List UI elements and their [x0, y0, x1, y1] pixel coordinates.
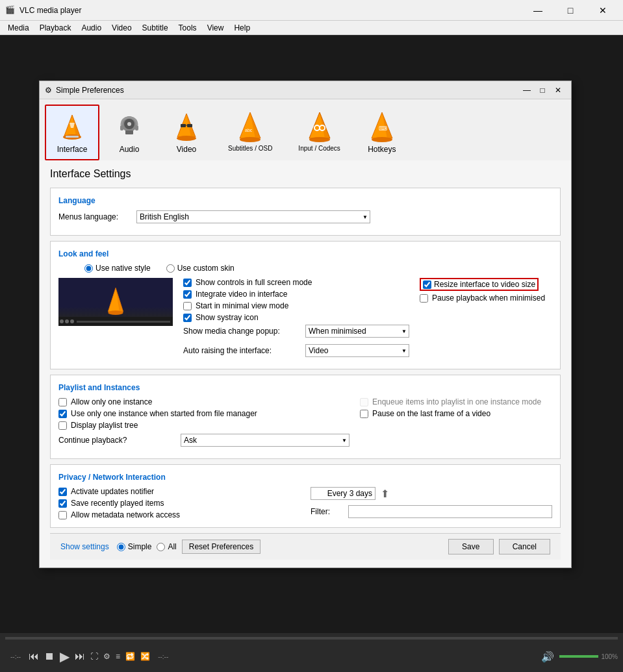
- maximize-button[interactable]: □: [555, 0, 585, 21]
- menu-tools[interactable]: Tools: [173, 22, 202, 34]
- updates-notifier-checkbox[interactable]: [58, 488, 67, 496]
- look-feel-panel: Look and feel Use native style Use custo…: [50, 241, 561, 369]
- integrate-video-row[interactable]: Integrate video in interface: [183, 290, 409, 299]
- menu-playback[interactable]: Playback: [34, 22, 77, 34]
- pause-minimised-checkbox[interactable]: [420, 294, 428, 303]
- app-icon: 🎬: [5, 5, 16, 16]
- language-select[interactable]: British English: [136, 210, 370, 223]
- next-button[interactable]: ⏭: [72, 649, 88, 664]
- auto-raise-select-wrapper[interactable]: Video: [305, 344, 409, 357]
- metadata-network-row[interactable]: Allow metadata network access: [58, 510, 300, 519]
- preview-dot-1: [60, 319, 64, 323]
- playlist-tree-row[interactable]: Display playlist tree: [58, 421, 350, 430]
- recently-played-row[interactable]: Save recently played items: [58, 499, 300, 508]
- media-popup-label: Show media change popup:: [183, 327, 300, 336]
- native-style-radio[interactable]: [84, 264, 93, 273]
- custom-skin-label: Use custom skin: [177, 264, 235, 273]
- extended-button[interactable]: ⚙: [101, 651, 113, 662]
- enqueue-playlist-row[interactable]: Enqueue items into playlist in one insta…: [360, 397, 552, 406]
- custom-skin-option[interactable]: Use custom skin: [166, 264, 235, 273]
- filter-label: Filter:: [311, 507, 343, 516]
- resize-interface-checkbox[interactable]: [423, 280, 431, 289]
- resize-interface-label: Resize interface to video size: [434, 280, 535, 289]
- updates-notifier-label: Activate updates notifier: [71, 487, 154, 496]
- language-select-wrapper[interactable]: British English: [136, 210, 370, 223]
- recently-played-checkbox[interactable]: [58, 499, 67, 508]
- pause-last-frame-checkbox[interactable]: [360, 410, 368, 418]
- fullscreen-controls-checkbox[interactable]: [183, 279, 192, 287]
- cancel-button[interactable]: Cancel: [499, 539, 550, 554]
- update-frequency-input[interactable]: [311, 487, 375, 500]
- simple-settings-radio[interactable]: [117, 543, 125, 551]
- pause-last-frame-row[interactable]: Pause on the last frame of a video: [360, 409, 552, 418]
- auto-raise-select[interactable]: Video: [305, 344, 409, 357]
- continue-select-wrapper[interactable]: Ask: [181, 434, 350, 447]
- file-manager-instance-checkbox[interactable]: [58, 410, 67, 418]
- stop-button[interactable]: ⏹: [42, 649, 57, 664]
- tab-hotkeys[interactable]: ⌨ Hotkeys: [355, 105, 409, 160]
- privacy-section-label: Privacy / Network Interaction: [58, 473, 552, 482]
- fullscreen-button[interactable]: ⛶: [88, 651, 101, 662]
- reset-preferences-button[interactable]: Reset Preferences: [182, 540, 261, 554]
- tab-interface[interactable]: Interface: [45, 105, 99, 160]
- simple-settings-option[interactable]: Simple: [117, 542, 152, 551]
- menu-audio[interactable]: Audio: [76, 22, 107, 34]
- tab-input[interactable]: Input / Codecs: [286, 105, 351, 160]
- tab-interface-label: Interface: [57, 145, 88, 154]
- tab-subtitles[interactable]: abc Subtitles / OSD: [216, 105, 284, 160]
- volume-bar[interactable]: [559, 655, 598, 658]
- svg-rect-8: [125, 131, 133, 134]
- save-button[interactable]: Save: [448, 539, 494, 554]
- random-button[interactable]: 🔀: [138, 651, 153, 662]
- continue-select[interactable]: Ask: [181, 434, 350, 447]
- minimal-view-row[interactable]: Start in minimal view mode: [183, 301, 409, 310]
- loop-button[interactable]: 🔁: [123, 651, 138, 662]
- systray-row[interactable]: Show systray icon: [183, 313, 409, 322]
- all-settings-radio[interactable]: [157, 543, 165, 551]
- dialog-maximize-button[interactable]: □: [535, 83, 550, 97]
- enqueue-playlist-checkbox[interactable]: [360, 398, 368, 406]
- tab-video[interactable]: Video: [159, 105, 214, 160]
- custom-skin-radio[interactable]: [166, 264, 175, 273]
- menu-media[interactable]: Media: [3, 22, 34, 34]
- metadata-network-checkbox[interactable]: [58, 511, 67, 519]
- dialog-minimize-button[interactable]: —: [519, 83, 535, 97]
- systray-checkbox[interactable]: [183, 314, 192, 322]
- minimal-view-checkbox[interactable]: [183, 302, 192, 310]
- vlc-playback-controls: --:-- ⏮ ⏹ ▶ ⏭ ⛶ ⚙ ≡ 🔁 🔀 --:-- 🔊 100%: [0, 633, 623, 672]
- one-instance-row[interactable]: Allow only one instance: [58, 397, 350, 406]
- tabs-row: Interface Audio: [40, 99, 571, 160]
- resize-interface-row[interactable]: Resize interface to video size: [420, 278, 552, 291]
- tab-hotkeys-label: Hotkeys: [368, 145, 396, 154]
- updates-notifier-row[interactable]: Activate updates notifier: [58, 487, 300, 496]
- playlist-button[interactable]: ≡: [113, 651, 123, 662]
- filter-input[interactable]: [348, 505, 552, 518]
- file-manager-instance-row[interactable]: Use only one instance when started from …: [58, 409, 350, 418]
- fullscreen-controls-row[interactable]: Show controls in full screen mode: [183, 278, 409, 287]
- progress-bar[interactable]: [5, 637, 618, 640]
- play-button[interactable]: ▶: [57, 647, 72, 666]
- tab-audio[interactable]: Audio: [102, 105, 157, 160]
- minimize-button[interactable]: —: [523, 0, 553, 21]
- volume-icon[interactable]: 🔊: [539, 649, 557, 664]
- menu-video[interactable]: Video: [107, 22, 136, 34]
- media-popup-select-wrapper[interactable]: When minimised: [305, 325, 409, 338]
- update-spinner-up[interactable]: ⬆: [381, 488, 389, 500]
- integrate-video-checkbox[interactable]: [183, 290, 192, 299]
- pause-minimised-row[interactable]: Pause playback when minimised: [420, 293, 552, 303]
- close-button[interactable]: ✕: [588, 0, 618, 21]
- section-title: Interface Settings: [50, 168, 561, 180]
- menu-view[interactable]: View: [202, 22, 229, 34]
- menu-help[interactable]: Help: [229, 22, 255, 34]
- native-style-option[interactable]: Use native style: [84, 264, 151, 273]
- one-instance-checkbox[interactable]: [58, 398, 67, 406]
- dialog-close-button[interactable]: ✕: [550, 83, 566, 97]
- media-popup-select[interactable]: When minimised: [305, 325, 409, 338]
- menu-subtitle[interactable]: Subtitle: [137, 22, 173, 34]
- prev-button[interactable]: ⏮: [26, 649, 42, 664]
- recently-played-label: Save recently played items: [71, 499, 164, 508]
- input-icon: [304, 111, 335, 142]
- playlist-tree-checkbox[interactable]: [58, 421, 67, 430]
- all-settings-option[interactable]: All: [157, 542, 176, 551]
- metadata-network-label: Allow metadata network access: [71, 510, 180, 519]
